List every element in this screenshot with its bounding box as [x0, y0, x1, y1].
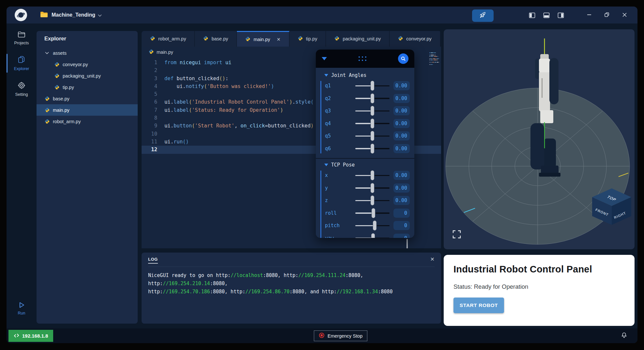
- tab-packaging_unit.py[interactable]: packaging_unit.py ✕: [326, 31, 390, 47]
- breadcrumb-file: main.py: [157, 50, 173, 55]
- tab-base.py[interactable]: base.py ✕: [195, 31, 237, 47]
- slider-handle[interactable]: [371, 144, 374, 153]
- collapse-section-icon[interactable]: [324, 74, 328, 77]
- slider-handle[interactable]: [372, 208, 375, 218]
- slider[interactable]: [355, 81, 390, 91]
- slider[interactable]: [355, 131, 390, 141]
- close-log-icon[interactable]: ✕: [430, 257, 435, 262]
- file-tree-row[interactable]: packaging_unit.py: [37, 70, 138, 81]
- file-tree-row[interactable]: base.py: [37, 93, 138, 104]
- search-button[interactable]: [398, 53, 408, 64]
- slider-value[interactable]: 0.00: [393, 131, 410, 140]
- remote-connection-icon: [14, 333, 19, 339]
- slider[interactable]: [355, 94, 390, 103]
- deploy-rocket-button[interactable]: [472, 9, 494, 22]
- robot-3d-viewport[interactable]: TOP FRONT RIGHT: [444, 29, 635, 249]
- close-button[interactable]: [621, 11, 628, 18]
- slider[interactable]: [355, 221, 390, 230]
- connection-badge[interactable]: 192.168.1.8: [8, 330, 53, 342]
- line-number: 6: [142, 98, 157, 106]
- slider-value[interactable]: 0: [393, 234, 410, 238]
- file-tree-row[interactable]: main.py: [37, 104, 138, 116]
- slider-value[interactable]: 0: [393, 209, 410, 218]
- slider[interactable]: [355, 183, 390, 193]
- slider[interactable]: [355, 170, 390, 180]
- app-window: Machine_Tending: [7, 7, 637, 343]
- file-tree-row[interactable]: conveyor.py: [37, 59, 138, 70]
- log-line: NiceGUI ready to go on http://localhost:…: [148, 271, 435, 288]
- rail-item-projects[interactable]: Projects: [7, 28, 37, 48]
- python-icon: [44, 108, 50, 113]
- tab-conveyor.py[interactable]: conveyor.py ✕: [390, 31, 440, 47]
- slider[interactable]: [355, 119, 390, 128]
- chevron-down-icon: [44, 51, 50, 56]
- slider-value[interactable]: 0.00: [393, 171, 410, 180]
- collapse-panel-icon[interactable]: [322, 57, 327, 60]
- slider-handle[interactable]: [371, 183, 374, 193]
- activity-rail: Projects Explorer Setting Run: [7, 23, 37, 328]
- line-number: 11: [142, 138, 157, 146]
- toggle-bottom-panel-icon[interactable]: [543, 12, 550, 19]
- notifications-bell-icon[interactable]: [621, 332, 628, 340]
- explorer-title: Explorer: [44, 36, 66, 42]
- slider-value[interactable]: 0.00: [393, 144, 410, 153]
- slider-value[interactable]: 0.00: [393, 196, 410, 205]
- tab-robot_arm.py[interactable]: robot_arm.py ✕: [142, 31, 195, 47]
- tab-tip.py[interactable]: tip.py ✕: [289, 31, 326, 47]
- slider-handle[interactable]: [371, 170, 374, 180]
- project-switcher[interactable]: Machine_Tending: [52, 7, 102, 23]
- emergency-stop-label: Emergency Stop: [328, 333, 362, 339]
- slider-handle[interactable]: [373, 221, 376, 230]
- slider-label: y: [325, 185, 355, 191]
- slider-value[interactable]: 0.00: [393, 106, 410, 115]
- slider[interactable]: [355, 106, 390, 116]
- slider[interactable]: [355, 208, 390, 218]
- close-tab-icon[interactable]: ✕: [277, 37, 281, 42]
- file-tree-row[interactable]: robot_arm.py: [37, 116, 138, 127]
- drag-handle-icon[interactable]: [359, 56, 366, 61]
- collapse-section-icon[interactable]: [324, 164, 328, 166]
- start-robot-button[interactable]: START ROBOT: [453, 298, 504, 313]
- project-folder-icon: [40, 11, 48, 18]
- slider[interactable]: [355, 233, 390, 238]
- slider[interactable]: [355, 144, 390, 153]
- rail-item-setting[interactable]: Setting: [7, 78, 37, 99]
- slider-handle[interactable]: [371, 196, 374, 205]
- desktop: Machine_Tending: [0, 0, 644, 350]
- python-icon: [150, 36, 155, 42]
- window-controls: [586, 11, 628, 18]
- fullscreen-icon[interactable]: [452, 230, 461, 239]
- slider-value[interactable]: 0: [393, 221, 410, 230]
- slider-value[interactable]: 0.00: [393, 183, 410, 193]
- slider-value[interactable]: 0.00: [393, 81, 410, 90]
- slider-handle[interactable]: [371, 119, 374, 128]
- file-tree-row[interactable]: tip.py: [37, 81, 138, 93]
- toggle-left-panel-icon[interactable]: [529, 12, 536, 19]
- python-icon: [334, 36, 339, 42]
- slider-handle[interactable]: [371, 233, 375, 238]
- slider-handle[interactable]: [371, 106, 374, 116]
- python-icon: [245, 36, 250, 42]
- tab-main.py[interactable]: main.py ✕: [237, 31, 289, 47]
- minimap[interactable]: [429, 52, 439, 66]
- toggle-right-panel-icon[interactable]: [557, 12, 564, 19]
- slider-value[interactable]: 0.00: [393, 119, 410, 128]
- run-button[interactable]: Run: [7, 301, 37, 315]
- slider-value[interactable]: 0.00: [393, 94, 410, 103]
- slider-handle[interactable]: [371, 131, 374, 141]
- run-label: Run: [18, 311, 25, 315]
- editor-scrollbar[interactable]: [406, 239, 408, 248]
- connection-ip: 192.168.1.8: [22, 333, 48, 339]
- slider[interactable]: [355, 196, 390, 205]
- restore-button[interactable]: [603, 11, 610, 18]
- slider-handle[interactable]: [371, 94, 374, 103]
- minimize-button[interactable]: [586, 11, 593, 18]
- line-number: 10: [142, 130, 157, 138]
- python-icon: [54, 62, 59, 67]
- file-tree-row[interactable]: assets: [37, 47, 138, 59]
- rail-item-explorer[interactable]: Explorer: [7, 52, 37, 74]
- slider-handle[interactable]: [371, 81, 374, 91]
- stop-record-icon: [319, 332, 325, 339]
- line-number: 8: [142, 114, 157, 122]
- emergency-stop-button[interactable]: Emergency Stop: [314, 330, 367, 341]
